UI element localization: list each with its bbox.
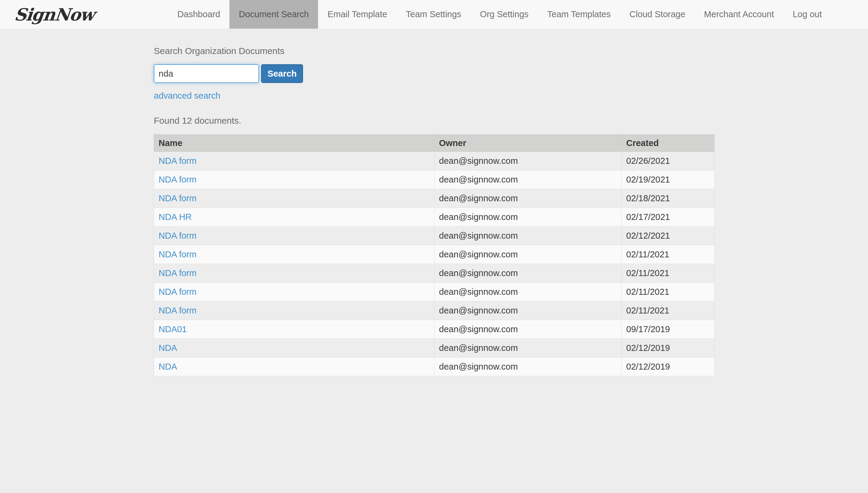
document-link[interactable]: NDA form	[159, 156, 197, 166]
nav-item-label: Log out	[793, 9, 822, 19]
document-link[interactable]: NDA form	[159, 306, 197, 315]
document-created-cell: 02/11/2021	[622, 301, 714, 320]
nav-item[interactable]: Document Search	[229, 0, 318, 29]
document-link[interactable]: NDA form	[159, 250, 197, 259]
document-owner-cell: dean@signnow.com	[434, 152, 622, 170]
nav-item-label: Cloud Storage	[630, 9, 685, 19]
nav-item[interactable]: Team Settings	[396, 0, 471, 29]
nav-item[interactable]: Merchant Account	[695, 0, 783, 29]
document-link[interactable]: NDA form	[159, 231, 197, 240]
document-created-cell: 09/17/2019	[622, 320, 714, 339]
search-button[interactable]: Search	[261, 64, 303, 83]
document-name-cell: NDA form	[154, 170, 434, 189]
table-row: NDA form dean@signnow.com 02/11/2021	[154, 283, 714, 301]
document-created-cell: 02/26/2021	[622, 152, 714, 170]
document-link[interactable]: NDA form	[159, 193, 197, 203]
document-link[interactable]: NDA	[159, 362, 177, 371]
document-owner-cell: dean@signnow.com	[434, 245, 622, 264]
document-link[interactable]: NDA01	[159, 324, 187, 334]
document-link[interactable]: NDA	[159, 343, 177, 353]
document-created-cell: 02/12/2019	[622, 358, 714, 376]
document-name-cell: NDA form	[154, 227, 434, 245]
advanced-search-link[interactable]: advanced search	[154, 91, 221, 101]
nav-item[interactable]: Team Templates	[538, 0, 620, 29]
document-created-cell: 02/11/2021	[622, 283, 714, 301]
top-navigation-bar: SignNow Dashboard Document Search Email …	[0, 0, 868, 29]
results-summary-text: Found 12 documents.	[154, 115, 868, 126]
document-owner-cell: dean@signnow.com	[434, 208, 622, 227]
main-nav: Dashboard Document Search Email Template…	[168, 0, 831, 29]
table-row: NDA form dean@signnow.com 02/11/2021	[154, 264, 714, 283]
document-link[interactable]: NDA form	[159, 268, 197, 278]
documents-table: Name Owner Created NDA form dean@signnow…	[154, 134, 714, 376]
document-created-cell: 02/19/2021	[622, 170, 714, 189]
document-name-cell: NDA01	[154, 320, 434, 339]
nav-item[interactable]: Email Template	[318, 0, 396, 29]
column-header-name: Name	[154, 134, 434, 152]
document-created-cell: 02/12/2021	[622, 227, 714, 245]
search-row: Search	[154, 64, 868, 83]
document-owner-cell: dean@signnow.com	[434, 358, 622, 376]
table-row: NDA form dean@signnow.com 02/26/2021	[154, 152, 714, 170]
document-created-cell: 02/12/2019	[622, 339, 714, 358]
document-link[interactable]: NDA HR	[159, 212, 192, 222]
document-link[interactable]: NDA form	[159, 287, 197, 297]
nav-item-label: Merchant Account	[704, 9, 774, 19]
document-name-cell: NDA form	[154, 301, 434, 320]
document-owner-cell: dean@signnow.com	[434, 227, 622, 245]
nav-item-label: Team Settings	[406, 9, 461, 19]
nav-item[interactable]: Org Settings	[471, 0, 538, 29]
document-owner-cell: dean@signnow.com	[434, 339, 622, 358]
signnow-logo[interactable]: SignNow	[14, 4, 95, 24]
document-name-cell: NDA	[154, 339, 434, 358]
documents-table-body: NDA form dean@signnow.com 02/26/2021 NDA…	[154, 152, 714, 376]
table-row: NDA dean@signnow.com 02/12/2019	[154, 339, 714, 358]
nav-item[interactable]: Log out	[783, 0, 831, 29]
document-owner-cell: dean@signnow.com	[434, 301, 622, 320]
table-row: NDA dean@signnow.com 02/12/2019	[154, 358, 714, 376]
document-name-cell: NDA form	[154, 283, 434, 301]
table-row: NDA form dean@signnow.com 02/11/2021	[154, 301, 714, 320]
nav-item[interactable]: Cloud Storage	[620, 0, 695, 29]
nav-item[interactable]: Dashboard	[168, 0, 229, 29]
document-created-cell: 02/11/2021	[622, 264, 714, 283]
table-row: NDA form dean@signnow.com 02/12/2021	[154, 227, 714, 245]
column-header-owner: Owner	[434, 134, 622, 152]
document-name-cell: NDA form	[154, 189, 434, 208]
nav-item-label: Dashboard	[177, 9, 220, 19]
document-owner-cell: dean@signnow.com	[434, 320, 622, 339]
document-name-cell: NDA	[154, 358, 434, 376]
table-row: NDA form dean@signnow.com 02/11/2021	[154, 245, 714, 264]
column-header-created: Created	[622, 134, 714, 152]
nav-item-label: Team Templates	[547, 9, 611, 19]
document-owner-cell: dean@signnow.com	[434, 283, 622, 301]
table-row: NDA form dean@signnow.com 02/18/2021	[154, 189, 714, 208]
document-created-cell: 02/18/2021	[622, 189, 714, 208]
document-name-cell: NDA form	[154, 245, 434, 264]
documents-table-header: Name Owner Created	[154, 134, 714, 152]
document-link[interactable]: NDA form	[159, 175, 197, 184]
table-row: NDA HR dean@signnow.com 02/17/2021	[154, 208, 714, 227]
nav-item-label: Email Template	[327, 9, 387, 19]
document-created-cell: 02/11/2021	[622, 245, 714, 264]
document-search-page: Search Organization Documents Search adv…	[0, 29, 868, 376]
nav-item-label: Document Search	[239, 9, 309, 19]
document-name-cell: NDA form	[154, 152, 434, 170]
document-search-input[interactable]	[154, 64, 259, 83]
nav-item-label: Org Settings	[480, 9, 528, 19]
table-row: NDA01 dean@signnow.com 09/17/2019	[154, 320, 714, 339]
document-owner-cell: dean@signnow.com	[434, 264, 622, 283]
document-owner-cell: dean@signnow.com	[434, 189, 622, 208]
document-name-cell: NDA HR	[154, 208, 434, 227]
search-section-label: Search Organization Documents	[154, 46, 868, 56]
table-row: NDA form dean@signnow.com 02/19/2021	[154, 170, 714, 189]
document-created-cell: 02/17/2021	[622, 208, 714, 227]
document-name-cell: NDA form	[154, 264, 434, 283]
document-owner-cell: dean@signnow.com	[434, 170, 622, 189]
